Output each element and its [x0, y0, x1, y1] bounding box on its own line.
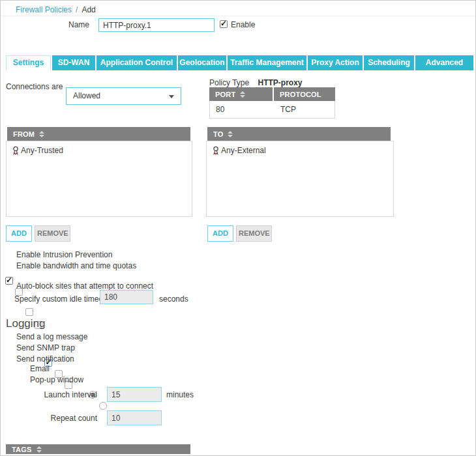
launch-interval-input[interactable] — [107, 387, 162, 402]
popup-window-label: Pop-up window — [30, 375, 83, 384]
sort-icon — [240, 91, 245, 98]
email-label: Email — [30, 364, 50, 373]
tab-application-control[interactable]: Application Control — [97, 55, 177, 70]
tab-traffic-management[interactable]: Traffic Management — [228, 55, 306, 70]
policy-type-table: PORT PROTOCOL 80 TCP — [209, 87, 335, 119]
intrusion-prevention-label: Enable Intrusion Prevention — [16, 250, 112, 259]
tab-advanced[interactable]: Advanced — [415, 55, 473, 70]
port-cell: 80 — [210, 105, 275, 114]
name-label: Name — [68, 20, 89, 29]
sort-icon — [37, 446, 42, 453]
protocol-header-label: PROTOCOL — [280, 91, 321, 98]
policy-type-label: Policy Type — [209, 78, 249, 87]
firewall-policy-add-page: Firewall Policies/Add Name Enable Settin… — [0, 0, 476, 456]
breadcrumb: Firewall Policies/Add — [16, 5, 96, 14]
tags-column-header[interactable]: TAGS — [6, 444, 190, 454]
port-column-header[interactable]: PORT — [209, 87, 273, 101]
port-header-label: PORT — [215, 91, 235, 98]
alias-icon — [12, 146, 20, 155]
idle-timeout-label: Specify custom idle timeout — [14, 294, 110, 304]
to-list[interactable]: Any-External — [206, 141, 394, 217]
list-item[interactable]: Any-Trusted — [7, 141, 192, 155]
idle-timeout-unit: seconds — [159, 294, 188, 304]
policy-type-row: Policy Type HTTP-proxy — [209, 78, 303, 87]
breadcrumb-divider — [1, 16, 475, 16]
logging-heading: Logging — [6, 317, 46, 330]
tab-bar: Settings SD-WAN Application Control Geol… — [6, 55, 473, 70]
breadcrumb-link-firewall-policies[interactable]: Firewall Policies — [16, 5, 72, 14]
breadcrumb-current: Add — [82, 5, 95, 14]
protocol-column-header[interactable]: PROTOCOL — [274, 87, 335, 101]
connections-dropdown-value: Allowed — [73, 91, 100, 100]
policy-type-value: HTTP-proxy — [258, 78, 303, 87]
from-remove-button[interactable]: REMOVE — [35, 225, 70, 242]
bandwidth-quotas-label: Enable bandwidth and time quotas — [16, 261, 136, 270]
intrusion-prevention-checkbox[interactable] — [5, 277, 13, 285]
breadcrumb-separator: / — [76, 5, 78, 14]
tab-geolocation[interactable]: Geolocation — [178, 55, 226, 70]
idle-timeout-input[interactable] — [100, 290, 153, 304]
auto-block-checkbox[interactable] — [25, 308, 33, 316]
sort-icon — [39, 131, 44, 137]
from-column-header[interactable]: FROM — [7, 127, 190, 141]
connections-are-label: Connections are — [6, 82, 63, 91]
snmp-trap-label: Send SNMP trap — [16, 343, 75, 352]
tab-settings[interactable]: Settings — [6, 55, 51, 70]
auto-block-label: Auto-block sites that attempt to connect — [16, 281, 153, 291]
send-log-label: Send a log message — [16, 332, 87, 341]
from-panel: FROM Any-Trusted — [6, 127, 192, 217]
to-remove-button[interactable]: REMOVE — [236, 225, 272, 242]
name-input[interactable] — [98, 18, 215, 32]
list-item-label: Any-External — [221, 146, 266, 155]
launch-interval-unit: minutes — [166, 390, 194, 399]
list-item-label: Any-Trusted — [21, 146, 63, 155]
to-add-button[interactable]: ADD — [207, 225, 233, 242]
repeat-count-label: Repeat count — [38, 414, 97, 423]
repeat-count-input[interactable] — [107, 410, 162, 425]
launch-interval-label: Launch interval — [38, 390, 97, 399]
to-column-header[interactable]: TO — [207, 127, 391, 141]
to-actions: ADD REMOVE — [207, 225, 272, 242]
from-list[interactable]: Any-Trusted — [6, 141, 192, 217]
table-row: 80 TCP — [209, 101, 335, 119]
list-item[interactable]: Any-External — [207, 141, 393, 155]
chevron-down-icon — [169, 95, 174, 98]
popup-window-radio[interactable] — [99, 402, 107, 410]
from-header-label: FROM — [13, 130, 35, 138]
from-add-button[interactable]: ADD — [6, 225, 32, 242]
enable-checkbox[interactable] — [220, 20, 228, 28]
tab-proxy-action[interactable]: Proxy Action — [308, 55, 363, 70]
sort-icon — [228, 131, 233, 137]
enable-label: Enable — [231, 20, 255, 29]
to-panel: TO Any-External — [206, 127, 394, 217]
tags-header-label: TAGS — [12, 446, 32, 453]
from-actions: ADD REMOVE — [6, 225, 70, 242]
connections-dropdown[interactable]: Allowed — [66, 87, 181, 105]
to-header-label: TO — [213, 130, 223, 138]
protocol-cell: TCP — [275, 105, 296, 114]
tab-scheduling[interactable]: Scheduling — [364, 55, 414, 70]
send-notification-label: Send notification — [16, 354, 74, 363]
tab-sd-wan[interactable]: SD-WAN — [52, 55, 95, 70]
alias-icon — [212, 146, 220, 155]
